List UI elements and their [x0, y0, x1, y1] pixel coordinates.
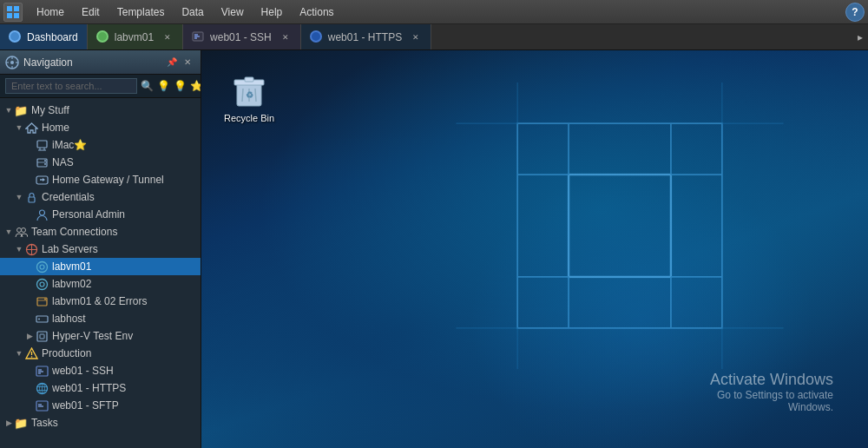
sidebar-close-button[interactable]: ✕ [180, 55, 195, 70]
svg-rect-0 [7, 6, 12, 11]
tree-icon-imac [35, 138, 49, 152]
menubar: Home Edit Templates Data View Help Actio… [0, 0, 868, 24]
labvm01-tab-icon [96, 30, 110, 44]
sidebar-title: Navigation [23, 56, 164, 69]
tree-item-production[interactable]: ▼Production [0, 345, 201, 362]
tab-dashboard[interactable]: Dashboard [0, 24, 88, 49]
sidebar-header: Navigation 📌 ✕ [0, 50, 201, 75]
tree-item-my-stuff[interactable]: ▼📁My Stuff [0, 102, 201, 119]
tree-chevron-my-stuff: ▼ [3, 106, 14, 115]
menu-home[interactable]: Home [28, 0, 73, 23]
tree-item-lab-servers[interactable]: ▼Lab Servers [0, 240, 201, 258]
tab-labvm01-close[interactable]: ✕ [161, 31, 174, 43]
search-input[interactable] [5, 78, 137, 94]
help-button[interactable]: ? [845, 3, 865, 22]
svg-rect-41 [40, 334, 44, 339]
svg-point-28 [16, 227, 21, 232]
tree-icon-prod [24, 346, 38, 360]
tree-label-hyperv: Hyper-V Test Env [52, 330, 133, 342]
tree-label-credentials: Credentials [42, 191, 95, 203]
app-logo[interactable] [3, 3, 23, 22]
tree-item-imac[interactable]: iMac⭐ [0, 136, 201, 154]
tab-labvm01-label: labvm01 [115, 31, 154, 43]
tree-item-web01-ssh[interactable]: web01 - SSH [0, 362, 201, 379]
tab-web01-https[interactable]: web01 - HTTPS ✕ [301, 24, 431, 49]
windows-decoration [455, 82, 785, 369]
menu-edit[interactable]: Edit [73, 0, 108, 23]
tree-chevron-hyperv: ▶ [24, 332, 35, 340]
tab-web01-ssh[interactable]: web01 - SSH ✕ [183, 24, 301, 49]
tree-chevron-home: ▼ [14, 123, 24, 132]
tree-icon-https [35, 381, 49, 395]
tree-chevron-lab-servers: ▼ [14, 245, 24, 254]
menu-view[interactable]: View [213, 0, 253, 23]
favorite-icon[interactable]: ⭐ [190, 80, 201, 92]
tree-icon-hyperv [35, 329, 49, 343]
tree-icon-nas [35, 155, 49, 169]
tree-icon-tunnel [35, 173, 49, 187]
svg-point-33 [36, 261, 47, 272]
tree-item-nas[interactable]: NAS [0, 154, 201, 171]
tree-item-tunnel[interactable]: Home Gateway / Tunnel [0, 171, 201, 188]
tab-dashboard-label: Dashboard [27, 31, 78, 43]
svg-rect-3 [14, 13, 19, 18]
tree-label-imac: iMac⭐ [52, 139, 87, 151]
tree-label-my-stuff: My Stuff [31, 104, 69, 116]
tree-label-web01-sftp: web01 - SFTP [52, 399, 119, 412]
menu-data[interactable]: Data [173, 0, 212, 23]
tree-item-credentials[interactable]: ▼Credentials [0, 188, 201, 206]
tree-chevron-credentials: ▼ [14, 193, 24, 201]
sidebar-pin-button[interactable]: 📌 [164, 55, 180, 70]
tab-web01-https-close[interactable]: ✕ [410, 31, 422, 43]
tree-item-web01-sftp[interactable]: web01 - SFTP [0, 397, 201, 414]
filter2-icon[interactable]: 💡 [174, 80, 187, 92]
menu-help[interactable]: Help [253, 0, 292, 23]
search-button[interactable]: 🔍 [141, 80, 154, 92]
dashboard-tab-icon [9, 30, 23, 44]
menu-actions[interactable]: Actions [291, 0, 342, 23]
recycle-bin-icon: ♻ [228, 68, 270, 109]
tree-item-hyperv[interactable]: ▶Hyper-V Test Env [0, 327, 201, 345]
svg-point-22 [44, 163, 46, 165]
tree-icon-folder: 📁 [14, 103, 28, 117]
sidebar: Navigation 📌 ✕ 🔍 💡 💡 ⭐ ▼📁My Stuff▼HomeiM… [0, 50, 201, 448]
navigation-tree: ▼📁My Stuff▼HomeiMac⭐NASHome Gateway / Tu… [0, 98, 201, 448]
tab-web01-ssh-label: web01 - SSH [210, 31, 272, 43]
tree-item-labvm01[interactable]: labvm01 [0, 258, 201, 275]
tree-item-web01-https[interactable]: web01 - HTTPS [0, 379, 201, 397]
tab-overflow[interactable]: ▸ [852, 24, 868, 49]
tree-label-production: Production [42, 347, 91, 359]
tree-label-labvm01: labvm01 [52, 260, 91, 273]
tab-labvm01[interactable]: labvm01 ✕ [88, 24, 183, 49]
svg-point-44 [30, 356, 32, 358]
tree-label-labvm02: labvm02 [52, 278, 91, 290]
activate-windows-message: Activate Windows Go to Settings to activ… [710, 371, 833, 413]
tree-item-home[interactable]: ▼Home [0, 119, 201, 136]
svg-text:♻: ♻ [246, 90, 253, 100]
recycle-bin-label: Recycle Bin [224, 113, 274, 123]
tree-label-tasks: Tasks [31, 417, 58, 429]
svg-marker-14 [26, 123, 37, 133]
tree-icon-team [14, 225, 28, 239]
tree-item-tasks[interactable]: ▶📁Tasks [0, 414, 201, 432]
tree-chevron-tasks: ▶ [3, 418, 14, 427]
svg-rect-57 [517, 123, 722, 328]
tree-item-labhost[interactable]: labhost [0, 310, 201, 327]
tree-item-team-connections[interactable]: ▼Team Connections [0, 223, 201, 240]
tab-web01-ssh-close[interactable]: ✕ [279, 31, 292, 43]
main-area: Navigation 📌 ✕ 🔍 💡 💡 ⭐ ▼📁My Stuff▼HomeiM… [0, 50, 868, 448]
tree-item-labvm-errors[interactable]: labvm01 & 02 Errors [0, 293, 201, 310]
tree-label-lab-servers: Lab Servers [42, 243, 98, 255]
tree-item-labvm02[interactable]: labvm02 [0, 275, 201, 293]
recycle-bin[interactable]: ♻ Recycle Bin [219, 68, 279, 123]
svg-point-9 [10, 61, 14, 64]
tree-item-personal-admin[interactable]: Personal Admin [0, 206, 201, 223]
desktop-area: ♻ Recycle Bin Activate Windows Go to Set… [201, 50, 868, 448]
filter-icon[interactable]: 💡 [157, 80, 170, 92]
svg-marker-25 [43, 178, 45, 181]
menu-templates[interactable]: Templates [108, 0, 174, 23]
svg-rect-58 [569, 175, 671, 277]
tree-icon-cred [24, 190, 38, 204]
tree-label-labvm-errors: labvm01 & 02 Errors [52, 295, 147, 307]
tree-icon-host [35, 312, 49, 326]
